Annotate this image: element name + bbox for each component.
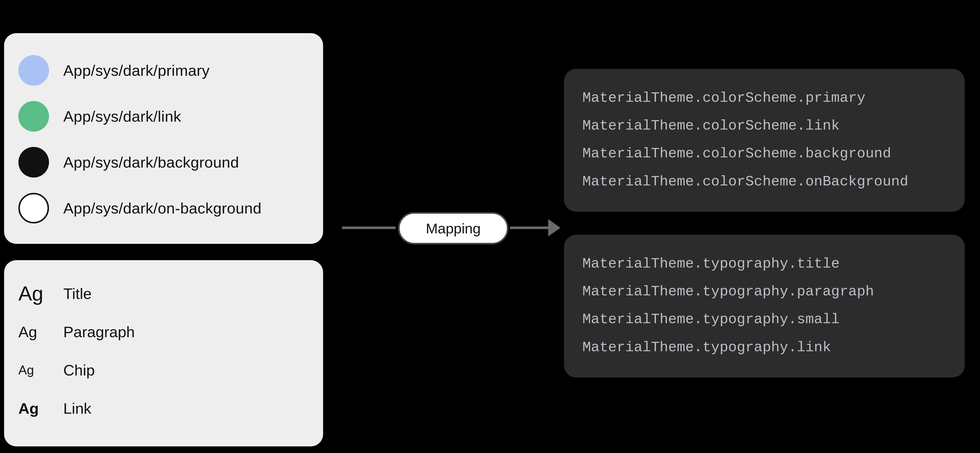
color-token-row: App/sys/dark/link: [18, 93, 309, 139]
color-swatch-on-background: [18, 193, 49, 223]
type-glyph-chip: Ag: [18, 363, 49, 377]
type-token-label: Link: [63, 400, 91, 417]
mapping-chip: Mapping: [398, 212, 508, 244]
color-token-row: App/sys/dark/on-background: [18, 185, 309, 231]
color-swatch-primary: [18, 55, 49, 86]
type-token-row: Ag Title: [18, 275, 309, 313]
type-token-row: Ag Link: [18, 389, 309, 428]
code-line: MaterialTheme.colorScheme.link: [582, 112, 946, 140]
code-line: MaterialTheme.colorScheme.background: [582, 140, 946, 168]
arrow-line-right: [510, 227, 548, 229]
code-line: MaterialTheme.typography.paragraph: [582, 278, 946, 305]
design-tokens-colors-panel: App/sys/dark/primary App/sys/dark/link A…: [4, 33, 323, 244]
code-line: MaterialTheme.typography.small: [582, 305, 946, 333]
code-line: MaterialTheme.colorScheme.primary: [582, 84, 946, 112]
code-line: MaterialTheme.typography.title: [582, 250, 946, 278]
type-glyph-link: Ag: [18, 400, 49, 417]
color-token-row: App/sys/dark/background: [18, 139, 309, 185]
design-tokens-typography-panel: Ag Title Ag Paragraph Ag Chip Ag Link: [4, 260, 323, 447]
type-glyph-title: Ag: [18, 282, 49, 305]
code-line: MaterialTheme.typography.link: [582, 334, 946, 361]
color-token-label: App/sys/dark/background: [63, 154, 239, 171]
arrow-head-icon: [548, 219, 560, 237]
type-token-row: Ag Chip: [18, 351, 309, 389]
code-panel-typography: MaterialTheme.typography.title MaterialT…: [564, 235, 965, 377]
type-token-row: Ag Paragraph: [18, 313, 309, 351]
color-swatch-background: [18, 147, 49, 178]
type-token-label: Paragraph: [63, 323, 135, 341]
arrow-line-left: [342, 227, 396, 229]
color-token-label: App/sys/dark/link: [63, 108, 181, 125]
color-token-label: App/sys/dark/primary: [63, 62, 210, 79]
type-token-label: Chip: [63, 361, 95, 379]
code-line: MaterialTheme.colorScheme.onBackground: [582, 168, 946, 196]
type-token-label: Title: [63, 285, 92, 302]
color-token-row: App/sys/dark/primary: [18, 48, 309, 93]
mapping-label: Mapping: [426, 220, 481, 237]
type-glyph-paragraph: Ag: [18, 323, 49, 341]
color-token-label: App/sys/dark/on-background: [63, 199, 262, 217]
diagram-canvas: App/sys/dark/primary App/sys/dark/link A…: [0, 0, 980, 453]
code-panel-colorscheme: MaterialTheme.colorScheme.primary Materi…: [564, 69, 965, 212]
color-swatch-link: [18, 101, 49, 132]
